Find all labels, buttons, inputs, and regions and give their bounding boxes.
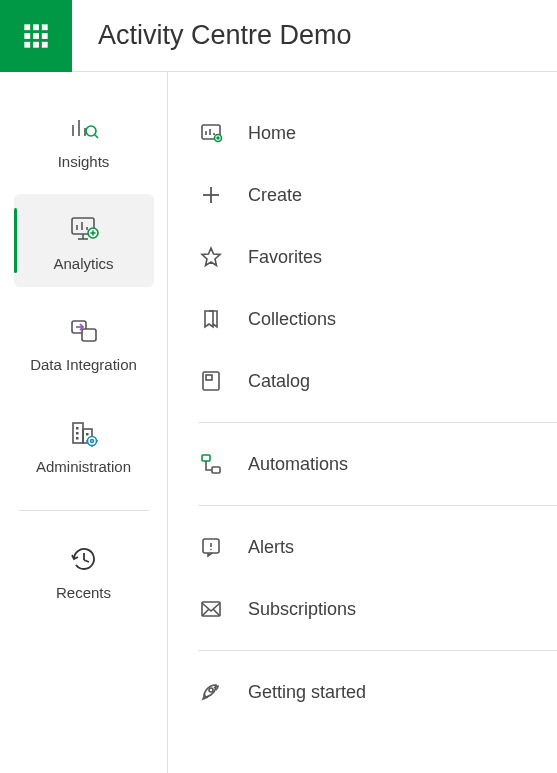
alerts-icon [198, 534, 224, 560]
collections-icon [198, 306, 224, 332]
menu-item-label: Favorites [248, 247, 322, 268]
menu-item-label: Subscriptions [248, 599, 356, 620]
svg-rect-30 [86, 433, 89, 436]
svg-point-31 [87, 436, 96, 445]
menu-group-3: Alerts Subscriptions [168, 506, 557, 650]
svg-marker-48 [202, 248, 220, 266]
svg-rect-52 [212, 467, 220, 473]
svg-rect-50 [206, 375, 212, 380]
sidebar-item-administration[interactable]: Administration [14, 397, 154, 491]
menu-item-subscriptions[interactable]: Subscriptions [168, 578, 557, 640]
main-menu: Home Create Favorites [168, 72, 557, 773]
app-launcher-button[interactable] [0, 0, 72, 72]
sidebar-divider [19, 510, 149, 511]
sidebar-item-recents[interactable]: Recents [14, 523, 154, 617]
create-icon [198, 182, 224, 208]
menu-item-alerts[interactable]: Alerts [168, 516, 557, 578]
app-grid-icon [22, 22, 50, 50]
svg-rect-0 [24, 24, 30, 30]
sidebar-item-label: Data Integration [30, 355, 137, 375]
menu-group-1: Home Create Favorites [168, 92, 557, 422]
getting-started-icon [198, 679, 224, 705]
svg-rect-5 [42, 33, 48, 39]
menu-item-automations[interactable]: Automations [168, 433, 557, 495]
svg-rect-1 [33, 24, 39, 30]
menu-item-label: Catalog [248, 371, 310, 392]
header: Activity Centre Demo [0, 0, 557, 72]
body: Insights Analytics [0, 72, 557, 773]
sidebar-item-label: Recents [56, 583, 111, 603]
sidebar-item-label: Analytics [53, 254, 113, 274]
favorites-icon [198, 244, 224, 270]
sidebar-item-insights[interactable]: Insights [14, 92, 154, 186]
menu-item-create[interactable]: Create [168, 164, 557, 226]
sidebar: Insights Analytics [0, 72, 168, 773]
menu-item-getting-started[interactable]: Getting started [168, 661, 557, 723]
svg-rect-3 [24, 33, 30, 39]
menu-item-collections[interactable]: Collections [168, 288, 557, 350]
automations-icon [198, 451, 224, 477]
svg-rect-28 [76, 432, 79, 435]
menu-item-catalog[interactable]: Catalog [168, 350, 557, 412]
menu-item-label: Collections [248, 309, 336, 330]
svg-rect-8 [42, 41, 48, 47]
svg-rect-7 [33, 41, 39, 47]
recents-icon [66, 541, 102, 577]
menu-item-label: Getting started [248, 682, 366, 703]
sidebar-item-data-integration[interactable]: Data Integration [14, 295, 154, 389]
insights-icon [66, 110, 102, 146]
data-integration-icon [66, 313, 102, 349]
sidebar-item-label: Insights [58, 152, 110, 172]
svg-rect-29 [76, 437, 79, 440]
catalog-icon [198, 368, 224, 394]
page-title: Activity Centre Demo [98, 20, 352, 51]
subscriptions-icon [198, 596, 224, 622]
home-icon [198, 120, 224, 146]
menu-item-label: Automations [248, 454, 348, 475]
menu-item-label: Home [248, 123, 296, 144]
svg-rect-24 [82, 329, 96, 341]
svg-line-38 [84, 560, 89, 562]
svg-rect-2 [42, 24, 48, 30]
svg-rect-4 [33, 33, 39, 39]
svg-line-13 [95, 135, 98, 138]
svg-rect-6 [24, 41, 30, 47]
svg-point-12 [86, 126, 96, 136]
sidebar-main-section: Insights Analytics [0, 92, 167, 498]
menu-group-4: Getting started [168, 651, 557, 733]
sidebar-item-label: Administration [36, 457, 131, 477]
sidebar-recents-section: Recents [0, 523, 167, 625]
analytics-icon [66, 212, 102, 248]
svg-rect-51 [202, 455, 210, 461]
svg-point-55 [210, 549, 212, 551]
menu-item-label: Create [248, 185, 302, 206]
svg-point-57 [209, 688, 213, 692]
sidebar-item-analytics[interactable]: Analytics [14, 194, 154, 288]
administration-icon [66, 415, 102, 451]
menu-item-favorites[interactable]: Favorites [168, 226, 557, 288]
menu-item-label: Alerts [248, 537, 294, 558]
menu-item-home[interactable]: Home [168, 102, 557, 164]
menu-group-2: Automations [168, 423, 557, 505]
svg-rect-27 [76, 427, 79, 430]
